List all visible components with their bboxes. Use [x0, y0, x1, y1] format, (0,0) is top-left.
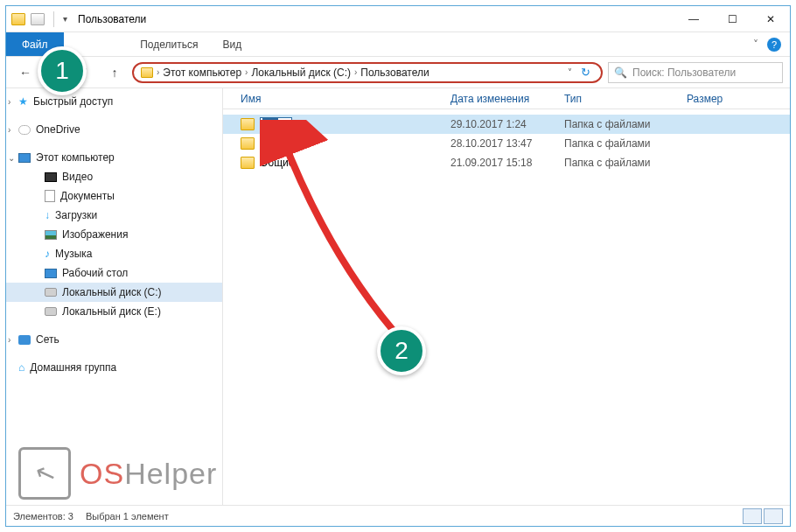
- video-icon: [45, 172, 57, 182]
- desktop-icon: [45, 269, 57, 278]
- nav-downloads[interactable]: ↓Загрузки: [6, 206, 222, 225]
- breadcrumb[interactable]: Пользователи: [360, 66, 429, 79]
- nav-disk-e[interactable]: Локальный диск (E:): [6, 302, 222, 321]
- col-size[interactable]: Размер: [687, 93, 757, 105]
- titlebar-folder-icon: [11, 13, 25, 25]
- search-placeholder: Поиск: Пользователи: [632, 66, 736, 79]
- file-row[interactable]: Общие 21.09.2017 15:18 Папка с файлами: [223, 153, 790, 172]
- chevron-right-icon[interactable]: ›: [354, 67, 357, 77]
- annotation-badge-1: 1: [38, 46, 87, 95]
- file-row[interactable]: nzhорs 28.10.2017 13:47 Папка с файлами: [223, 134, 790, 153]
- view-large-button[interactable]: [764, 508, 783, 524]
- explorer-window: ▾ Пользователи — ☐ ✕ Файл Главная Подели…: [5, 5, 791, 527]
- nav-quick-access[interactable]: ›★Быстрый доступ: [6, 92, 222, 111]
- qat-dropdown-icon[interactable]: ▾: [63, 14, 67, 24]
- row-date: 29.10.2017 1:24: [450, 118, 564, 130]
- nav-documents[interactable]: Документы: [6, 186, 222, 206]
- minimize-button[interactable]: —: [674, 7, 713, 32]
- nav-pictures[interactable]: Изображения: [6, 225, 222, 244]
- col-name[interactable]: Имя: [223, 93, 450, 105]
- annotation-badge-2: 2: [377, 326, 426, 375]
- network-icon: [18, 335, 31, 345]
- status-count: Элементов: 3: [13, 511, 73, 522]
- file-row[interactable]: My 29.10.2017 1:24 Папка с файлами: [223, 115, 790, 134]
- row-date: 21.09.2017 15:18: [450, 157, 564, 169]
- share-tab[interactable]: Поделиться: [128, 32, 210, 56]
- help-icon[interactable]: ?: [767, 38, 781, 52]
- chevron-right-icon[interactable]: ›: [245, 67, 248, 77]
- window-title: Пользователи: [78, 13, 146, 25]
- refresh-button[interactable]: ↻: [577, 66, 594, 79]
- homegroup-icon: ⌂: [18, 361, 24, 374]
- breadcrumb[interactable]: Этот компьютер: [163, 66, 241, 79]
- rename-input[interactable]: My: [260, 117, 292, 131]
- folder-icon: [241, 157, 255, 169]
- nav-homegroup[interactable]: ⌂Домашняя группа: [6, 358, 222, 377]
- document-icon: [45, 190, 55, 202]
- pc-icon: [18, 153, 31, 163]
- nav-desktop[interactable]: Рабочий стол: [6, 263, 222, 283]
- row-type: Папка с файлами: [564, 137, 687, 150]
- nav-music[interactable]: ♪Музыка: [6, 244, 222, 263]
- nav-this-pc[interactable]: ⌄Этот компьютер: [6, 148, 222, 167]
- music-icon: ♪: [45, 248, 50, 260]
- addr-folder-icon: [141, 67, 153, 78]
- nav-network[interactable]: ›Сеть: [6, 330, 222, 349]
- address-bar[interactable]: › Этот компьютер › Локальный диск (C:) ›…: [132, 62, 603, 83]
- ribbon-tabs: Файл Главная Поделиться Вид ˅ ?: [6, 32, 790, 57]
- qat-separator: [53, 11, 54, 27]
- chevron-right-icon[interactable]: ›: [157, 67, 159, 77]
- content-pane: Имя Дата изменения Тип Размер My 29.10.2…: [223, 88, 790, 505]
- star-icon: ★: [18, 95, 28, 108]
- view-details-button[interactable]: [743, 508, 762, 524]
- addr-history-dropdown[interactable]: ˅: [564, 67, 576, 77]
- watermark-cursor-icon: ↖: [18, 447, 71, 500]
- status-bar: Элементов: 3 Выбран 1 элемент: [6, 505, 790, 526]
- search-icon: 🔍: [614, 66, 627, 79]
- view-tab[interactable]: Вид: [210, 32, 254, 56]
- folder-icon: [241, 137, 255, 150]
- maximize-button[interactable]: ☐: [713, 7, 751, 32]
- row-type: Папка с файлами: [564, 157, 687, 169]
- nav-back-button[interactable]: ←: [13, 60, 38, 85]
- download-icon: ↓: [45, 209, 50, 221]
- disk-icon: [45, 307, 57, 316]
- pictures-icon: [45, 230, 57, 240]
- row-name: nzhорs: [260, 137, 294, 150]
- nav-up-button[interactable]: ↑: [102, 60, 127, 85]
- breadcrumb[interactable]: Локальный диск (C:): [251, 66, 351, 79]
- nav-disk-c[interactable]: Локальный диск (C:): [6, 283, 222, 302]
- search-input[interactable]: 🔍 Поиск: Пользователи: [608, 62, 783, 83]
- watermark: ↖ OSHelper: [18, 447, 217, 500]
- expand-ribbon-icon[interactable]: ˅: [753, 38, 758, 51]
- titlebar: ▾ Пользователи — ☐ ✕: [6, 6, 790, 32]
- col-date[interactable]: Дата изменения: [450, 93, 564, 105]
- col-type[interactable]: Тип: [564, 93, 687, 105]
- nav-videos[interactable]: Видео: [6, 167, 222, 186]
- folder-icon: [241, 118, 255, 130]
- nav-onedrive[interactable]: ›OneDrive: [6, 120, 222, 139]
- navigation-pane: ›★Быстрый доступ ›OneDrive ⌄Этот компьют…: [6, 88, 223, 505]
- close-button[interactable]: ✕: [751, 7, 790, 32]
- row-type: Папка с файлами: [564, 118, 687, 130]
- address-row: ← → ˅ ↑ › Этот компьютер › Локальный дис…: [6, 57, 790, 88]
- row-name: Общие: [260, 157, 294, 169]
- row-date: 28.10.2017 13:47: [450, 137, 564, 150]
- qat-properties-icon[interactable]: [31, 13, 45, 25]
- status-selection: Выбран 1 элемент: [86, 511, 169, 522]
- disk-icon: [45, 288, 57, 297]
- cloud-icon: [18, 125, 31, 135]
- column-headers: Имя Дата изменения Тип Размер: [223, 88, 790, 109]
